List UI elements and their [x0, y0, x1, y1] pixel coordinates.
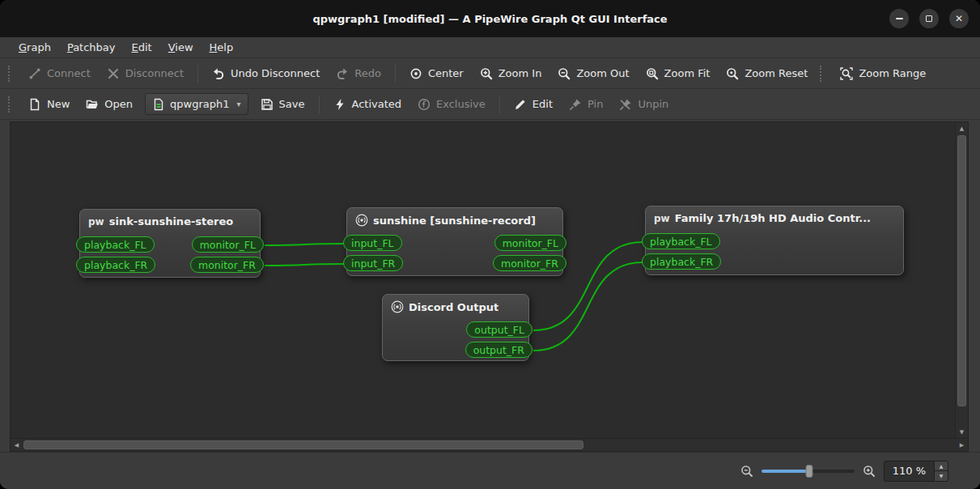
zoom-slider-track[interactable]	[762, 470, 855, 473]
graph-node-sunshine[interactable]: sunshine [sunshine-record]input_FLinput_…	[346, 207, 563, 276]
minimize-button[interactable]	[889, 9, 909, 28]
disconnect-label: Disconnect	[125, 67, 184, 79]
vertical-scrollbar[interactable]: ▲ ▼	[956, 121, 969, 439]
exclusive-icon	[418, 98, 431, 111]
zoom-spinbox[interactable]: 110 % ▲ ▼	[884, 461, 948, 482]
connect-icon	[28, 67, 41, 80]
port-monitor_FR[interactable]: monitor_FR	[190, 257, 264, 273]
port-playback_FR[interactable]: playback_FR	[642, 253, 721, 270]
toolbar-drag-handle[interactable]	[8, 96, 13, 113]
graph-node-discord[interactable]: Discord Outputoutput_FLoutput_FR	[382, 294, 529, 361]
undo-disconnect-label: Undo Disconnect	[231, 67, 320, 79]
zoom-fit-button[interactable]: Zoom Fit	[638, 62, 718, 85]
port-playback_FR[interactable]: playback_FR	[76, 257, 155, 273]
zoom-in-button[interactable]: Zoom In	[473, 62, 549, 85]
maximize-icon	[926, 15, 932, 22]
zoom-value[interactable]: 110 %	[885, 461, 934, 481]
zoom-slider[interactable]	[762, 464, 855, 478]
exclusive-toggle[interactable]: Exclusive	[410, 93, 493, 116]
zoom-range-button[interactable]: Zoom Range	[833, 62, 933, 85]
zoom-out-label: Zoom Out	[576, 67, 629, 79]
redo-icon	[336, 67, 349, 80]
port-output_FR[interactable]: output_FR	[465, 342, 532, 358]
edit-toggle[interactable]: Edit	[507, 93, 560, 116]
redo-button[interactable]: Redo	[329, 62, 388, 85]
activated-icon	[333, 98, 346, 111]
node-title: Discord Output	[409, 301, 498, 313]
stream-icon	[355, 214, 368, 227]
redo-label: Redo	[354, 67, 381, 79]
maximize-button[interactable]	[919, 9, 939, 28]
horizontal-scrollbar[interactable]: ◀ ▶	[10, 439, 969, 452]
vertical-scroll-thumb[interactable]	[957, 135, 966, 406]
port-playback_FL[interactable]: playback_FL	[642, 233, 720, 249]
new-button[interactable]: New	[21, 93, 77, 116]
graph-node-sink[interactable]: pwsink-sunshine-stereoplayback_FLplaybac…	[79, 209, 261, 278]
edit-pencil-icon	[514, 98, 527, 111]
port-playback_FL[interactable]: playback_FL	[76, 236, 155, 253]
scroll-up-button[interactable]: ▲	[956, 122, 968, 134]
chevron-down-icon: ▾	[237, 100, 241, 108]
close-button[interactable]: ✕	[949, 9, 969, 28]
vertical-scroll-track[interactable]	[956, 134, 968, 426]
open-button[interactable]: Open	[78, 93, 140, 116]
save-button[interactable]: Save	[253, 93, 312, 116]
scroll-down-button[interactable]: ▼	[956, 426, 968, 438]
graph-canvas[interactable]: pwsink-sunshine-stereoplayback_FLplaybac…	[10, 121, 956, 439]
zoom-reset-button[interactable]: Zoom Reset	[719, 62, 815, 85]
port-monitor_FL[interactable]: monitor_FL	[494, 235, 566, 251]
port-input_FR[interactable]: input_FR	[343, 255, 403, 271]
port-monitor_FR[interactable]: monitor_FR	[493, 255, 566, 271]
zoom-in-icon	[480, 67, 493, 80]
scroll-right-button[interactable]: ▶	[956, 439, 968, 451]
window-title: qpwgraph1 [modified] — A PipeWire Graph …	[312, 13, 667, 25]
spin-down-button[interactable]: ▼	[935, 470, 948, 481]
pin-button[interactable]: Pin	[562, 93, 610, 116]
cable-connection[interactable]	[265, 264, 344, 266]
menu-graph[interactable]: Graph	[11, 39, 58, 56]
exclusive-label: Exclusive	[436, 98, 486, 110]
patchbay-preset-combo[interactable]: qpwgraph1 ▾	[145, 93, 248, 115]
toolbar-separator	[395, 65, 396, 83]
cable-connection[interactable]	[265, 244, 344, 245]
menubar: Graph Patchbay Edit View Help	[0, 37, 980, 58]
cables-layer	[11, 122, 955, 438]
canvas-area: pwsink-sunshine-stereoplayback_FLplaybac…	[0, 120, 980, 452]
scroll-left-button[interactable]: ◀	[11, 439, 23, 451]
stream-icon	[391, 300, 404, 313]
zoom-reset-icon	[726, 67, 739, 80]
pipewire-icon: pw	[88, 216, 104, 227]
save-icon	[261, 98, 274, 111]
toolbar-separator	[319, 96, 320, 113]
open-label: Open	[104, 98, 133, 110]
graph-node-family[interactable]: pwFamily 17h/19h HD Audio Contr...playba…	[645, 206, 904, 275]
menu-help[interactable]: Help	[202, 39, 241, 56]
port-monitor_FL[interactable]: monitor_FL	[192, 236, 264, 253]
toolbar-drag-handle[interactable]	[820, 66, 825, 82]
menu-patchbay[interactable]: Patchbay	[60, 39, 123, 56]
disconnect-button[interactable]: Disconnect	[100, 62, 191, 85]
menu-edit[interactable]: Edit	[125, 39, 159, 56]
horizontal-scroll-track[interactable]	[23, 439, 956, 451]
zoom-slider-fill	[762, 470, 810, 473]
zoom-out-button[interactable]: Zoom Out	[550, 62, 636, 85]
titlebar[interactable]: qpwgraph1 [modified] — A PipeWire Graph …	[0, 0, 980, 37]
menu-view[interactable]: View	[161, 39, 201, 56]
pipewire-icon: pw	[654, 213, 670, 224]
undo-disconnect-button[interactable]: Undo Disconnect	[205, 62, 327, 85]
node-title: Family 17h/19h HD Audio Contr...	[675, 212, 871, 224]
port-input_FL[interactable]: input_FL	[343, 235, 402, 251]
toolbar-drag-handle[interactable]	[8, 66, 13, 82]
center-button[interactable]: Center	[402, 62, 471, 85]
spin-up-button[interactable]: ▲	[935, 461, 948, 471]
node-title: sunshine [sunshine-record]	[373, 215, 536, 227]
connect-button[interactable]: Connect	[21, 62, 98, 85]
activated-toggle[interactable]: Activated	[326, 93, 409, 116]
zoom-in-label: Zoom In	[498, 67, 542, 79]
port-output_FL[interactable]: output_FL	[466, 321, 532, 338]
unpin-button[interactable]: Unpin	[612, 93, 676, 116]
zoom-slider-handle[interactable]	[806, 465, 813, 478]
toolbar-separator	[499, 96, 500, 113]
horizontal-scroll-thumb[interactable]	[23, 440, 583, 449]
zoom-out-icon	[558, 67, 571, 80]
